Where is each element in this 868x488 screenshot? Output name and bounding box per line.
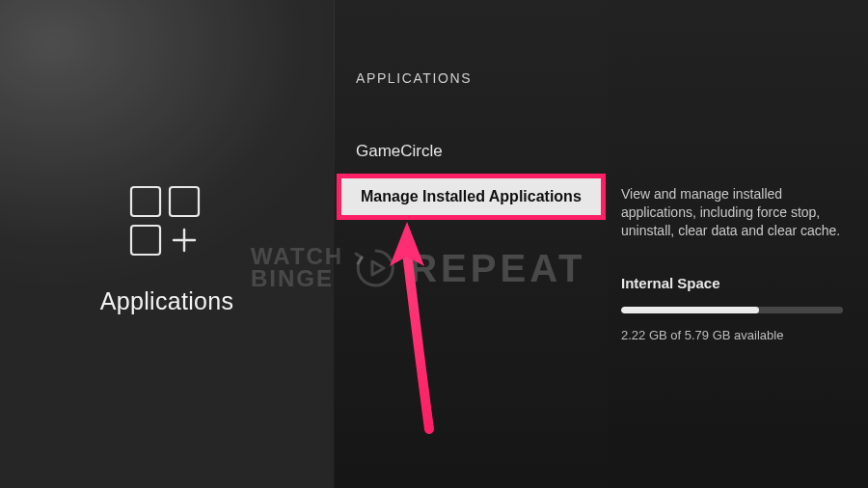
selection-highlight: Manage Installed Applications — [337, 174, 606, 220]
applications-grid-icon — [123, 179, 210, 266]
storage-progress-fill — [621, 307, 759, 313]
storage-progress-bar — [621, 307, 843, 313]
storage-heading: Internal Space — [621, 275, 720, 291]
settings-list-pane: APPLICATIONS GameCircle Manage Installed… — [335, 0, 608, 488]
setting-description: View and manage installed applications, … — [621, 185, 841, 240]
svg-rect-1 — [170, 187, 199, 216]
list-item-gamecircle[interactable]: GameCircle — [356, 142, 588, 161]
storage-available-text: 2.22 GB of 5.79 GB available — [621, 328, 783, 342]
section-heading: APPLICATIONS — [356, 70, 472, 86]
list-item-label: Manage Installed Applications — [361, 188, 582, 205]
list-item-manage-applications[interactable]: Manage Installed Applications — [335, 169, 608, 227]
svg-rect-2 — [131, 226, 160, 255]
category-pane: Applications — [0, 0, 335, 488]
category-title: Applications — [100, 287, 233, 315]
svg-rect-0 — [131, 187, 160, 216]
detail-pane: View and manage installed applications, … — [608, 0, 868, 488]
settings-screen: Applications APPLICATIONS GameCircle Man… — [0, 0, 868, 488]
